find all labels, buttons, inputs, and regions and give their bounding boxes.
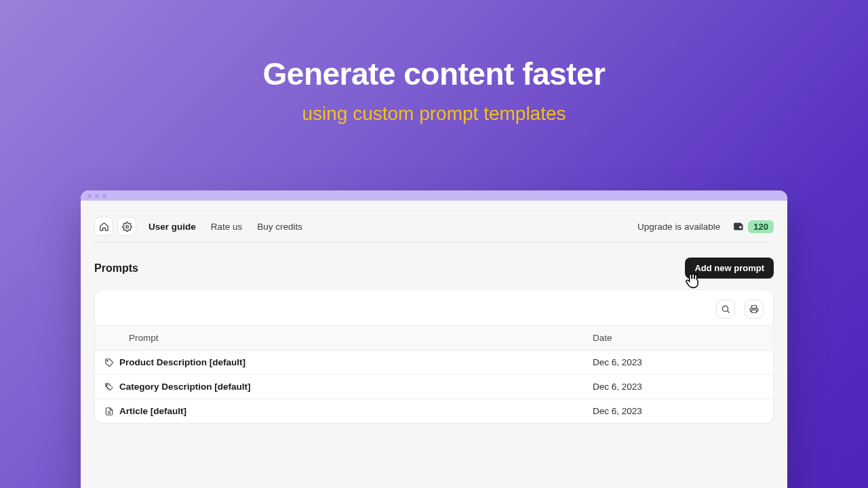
traffic-light-dot — [102, 194, 106, 198]
row-prompt-name: Product Description [default] — [119, 350, 583, 375]
credits-badge: 120 — [748, 220, 774, 233]
hero-subtitle: using custom prompt templates — [0, 103, 868, 125]
search-button[interactable] — [716, 300, 735, 319]
svg-point-3 — [107, 360, 108, 361]
svg-rect-2 — [752, 310, 757, 312]
table-row[interactable]: Product Description [default]Dec 6, 2023 — [95, 350, 773, 375]
home-button[interactable] — [94, 217, 113, 236]
hero-title: Generate content faster — [0, 56, 868, 92]
prompts-table: Prompt Date Product Description [default… — [95, 325, 773, 423]
table-row[interactable]: Category Description [default]Dec 6, 202… — [95, 375, 773, 399]
row-type-icon — [95, 375, 119, 399]
card-tools — [95, 297, 773, 325]
settings-button[interactable] — [117, 217, 136, 236]
table-row[interactable]: Article [default]Dec 6, 2023 — [95, 399, 773, 424]
row-prompt-name: Category Description [default] — [119, 375, 583, 399]
print-button[interactable] — [745, 300, 764, 319]
row-type-icon — [95, 350, 119, 375]
print-icon — [749, 304, 759, 314]
home-icon — [99, 222, 109, 232]
col-header-prompt: Prompt — [95, 326, 583, 350]
prompts-card: Prompt Date Product Description [default… — [94, 289, 774, 424]
topbar: User guide Rate us Buy credits Upgrade i… — [94, 210, 774, 243]
traffic-light-dot — [95, 194, 99, 198]
nav-links: User guide Rate us Buy credits — [149, 222, 302, 232]
upgrade-notice[interactable]: Upgrade is available — [637, 222, 720, 232]
row-date: Dec 6, 2023 — [583, 350, 773, 375]
hero-section: Generate content faster using custom pro… — [0, 0, 868, 125]
add-new-prompt-button[interactable]: Add new prompt — [685, 258, 774, 279]
nav-buy-credits[interactable]: Buy credits — [257, 222, 302, 232]
app-window: User guide Rate us Buy credits Upgrade i… — [81, 190, 787, 488]
window-titlebar — [81, 190, 787, 201]
page-header: Prompts Add new prompt — [94, 258, 774, 279]
row-date: Dec 6, 2023 — [583, 375, 773, 399]
row-prompt-name: Article [default] — [119, 399, 583, 424]
svg-point-0 — [125, 225, 128, 228]
svg-point-1 — [722, 306, 728, 311]
page-title: Prompts — [94, 262, 138, 274]
nav-user-guide[interactable]: User guide — [149, 222, 196, 232]
wallet-icon — [732, 221, 744, 232]
credits-display: 120 — [732, 220, 774, 233]
gear-icon — [122, 222, 132, 232]
traffic-light-dot — [87, 194, 92, 198]
row-type-icon — [95, 399, 119, 424]
nav-rate-us[interactable]: Rate us — [211, 222, 243, 232]
row-date: Dec 6, 2023 — [583, 399, 773, 424]
col-header-date: Date — [583, 326, 773, 350]
svg-point-4 — [106, 384, 107, 385]
search-icon — [721, 304, 730, 314]
